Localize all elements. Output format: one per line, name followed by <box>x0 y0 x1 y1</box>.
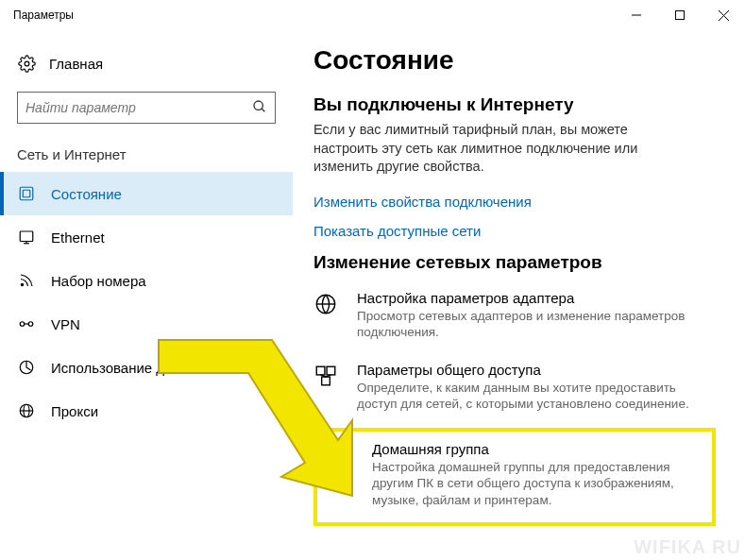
svg-point-5 <box>254 101 262 110</box>
svg-rect-22 <box>316 366 325 375</box>
maximize-button[interactable] <box>658 0 702 30</box>
option-desc: Настройка домашней группы для предоставл… <box>372 459 701 509</box>
svg-point-29 <box>344 457 350 464</box>
homegroup-icon <box>329 441 355 509</box>
sidebar-item-label: Использование д… <box>51 360 178 376</box>
svg-rect-23 <box>327 366 335 375</box>
svg-line-30 <box>336 451 339 458</box>
svg-point-14 <box>28 322 33 327</box>
close-button[interactable] <box>702 0 745 30</box>
svg-rect-1 <box>676 11 685 20</box>
sidebar-item-vpn[interactable]: VPN <box>0 302 293 346</box>
watermark: WIFIKA RU <box>634 536 741 558</box>
option-desc: Определите, к каким данным вы хотите пре… <box>357 380 710 413</box>
svg-rect-7 <box>20 187 33 200</box>
option-title: Домашняя группа <box>372 441 701 457</box>
option-homegroup[interactable]: Домашняя группа Настройка домашней групп… <box>329 441 701 509</box>
sidebar-item-label: Ethernet <box>51 229 105 246</box>
main-content: Состояние Вы подключены к Интернету Если… <box>293 30 745 560</box>
connected-body: Если у вас лимитный тарифный план, вы мо… <box>313 121 691 177</box>
change-settings-heading: Изменение сетевых параметров <box>313 252 722 273</box>
search-input[interactable] <box>25 100 252 115</box>
dialup-icon <box>17 272 36 289</box>
page-title: Состояние <box>313 45 722 76</box>
svg-point-28 <box>331 457 338 464</box>
sidebar-item-label: Прокси <box>51 403 98 419</box>
window-controls <box>615 0 745 30</box>
vpn-icon <box>17 315 36 332</box>
category-header: Сеть и Интернет <box>0 141 293 172</box>
gear-icon <box>17 55 36 73</box>
svg-rect-24 <box>322 377 330 385</box>
option-sharing-settings[interactable]: Параметры общего доступа Определите, к к… <box>313 362 710 413</box>
svg-rect-8 <box>23 190 30 197</box>
sidebar-item-dialup[interactable]: Набор номера <box>0 259 293 302</box>
option-desc: Просмотр сетевых адаптеров и изменение п… <box>357 308 710 341</box>
sidebar-item-proxy[interactable]: Прокси <box>0 389 293 433</box>
svg-point-12 <box>21 283 23 285</box>
sharing-icon <box>313 362 340 413</box>
proxy-icon <box>17 402 36 419</box>
link-show-networks[interactable]: Показать доступные сети <box>313 223 722 239</box>
highlighted-option: Домашняя группа Настройка домашней групп… <box>313 428 716 526</box>
option-title: Параметры общего доступа <box>357 362 710 378</box>
option-title: Настройка параметров адаптера <box>357 290 710 306</box>
svg-point-4 <box>25 61 29 66</box>
titlebar: Параметры <box>0 0 745 30</box>
svg-point-13 <box>20 322 25 327</box>
minimize-button[interactable] <box>615 0 658 30</box>
search-icon <box>252 99 267 117</box>
sidebar-item-label: Набор номера <box>51 273 146 289</box>
sidebar-item-label: Состояние <box>51 186 122 202</box>
home-button[interactable]: Главная <box>0 49 293 78</box>
link-change-properties[interactable]: Изменить свойства подключения <box>313 194 722 210</box>
window-title: Параметры <box>13 8 74 22</box>
sidebar-item-data-usage[interactable]: Использование д… <box>0 346 293 389</box>
status-icon <box>17 185 36 202</box>
search-box[interactable] <box>17 92 276 124</box>
ethernet-icon <box>17 229 36 246</box>
sidebar-item-label: VPN <box>51 316 80 332</box>
data-usage-icon <box>17 359 36 376</box>
svg-rect-9 <box>20 231 33 242</box>
home-label: Главная <box>49 56 103 72</box>
sidebar-item-status[interactable]: Состояние <box>0 172 293 215</box>
globe-icon <box>313 290 340 341</box>
connected-heading: Вы подключены к Интернету <box>313 94 722 115</box>
option-adapter-settings[interactable]: Настройка параметров адаптера Просмотр с… <box>313 290 710 341</box>
svg-line-31 <box>343 451 346 458</box>
sidebar-item-ethernet[interactable]: Ethernet <box>0 215 293 259</box>
sidebar: Главная Сеть и Интернет Состояние Ethern… <box>0 30 293 560</box>
svg-line-6 <box>262 109 264 111</box>
